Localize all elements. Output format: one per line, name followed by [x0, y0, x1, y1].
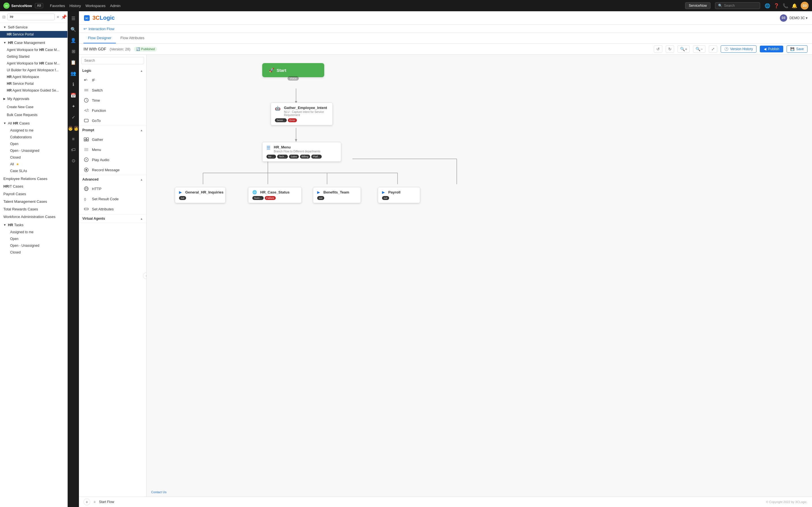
icon-sidebar-tag[interactable]: 🏷	[68, 145, 79, 155]
sidebar-item-hr-service-portal[interactable]: HR Service Portal	[0, 31, 67, 38]
sidebar-item-open[interactable]: Open	[0, 140, 67, 147]
comp-item-record-message[interactable]: Record Message	[79, 165, 146, 175]
comp-item-set-attrs[interactable]: Set Attributes	[79, 204, 146, 214]
sidebar-item-total-rewards[interactable]: Total Rewards Cases	[0, 205, 67, 213]
node-hr-menu[interactable]: ☰ HR_Menu Branch Flow to Different depar…	[262, 142, 341, 162]
icon-sidebar-hamburger[interactable]: ☰	[68, 13, 79, 23]
panel-collapse-button[interactable]: ‹	[143, 272, 147, 279]
sidebar-item-bulk-case[interactable]: Bulk Case Requests	[0, 112, 67, 118]
breadcrumb-label[interactable]: Interaction Flow	[89, 27, 114, 31]
pin-icon[interactable]: 📌	[61, 14, 67, 20]
sidebar-category-all-hr[interactable]: ▼ All HR Cases	[0, 119, 67, 127]
comp-item-gather[interactable]: Gather	[79, 134, 146, 145]
node-start[interactable]: 🚀 Start Voice	[262, 63, 324, 77]
comp-search-input[interactable]	[81, 57, 144, 64]
icon-sidebar-calendar[interactable]: 📅	[68, 91, 79, 100]
icon-sidebar-star2[interactable]: ✦	[68, 101, 79, 111]
icon-sidebar-group[interactable]: ⊙	[68, 156, 79, 166]
clear-search-icon[interactable]: ✕	[56, 15, 59, 19]
tab-flow-designer[interactable]: Flow Designer	[84, 33, 116, 43]
comp-item-function[interactable]: </> Function	[79, 105, 146, 115]
sidebar-item-payroll-cases[interactable]: Payroll Cases	[0, 190, 67, 198]
redo-button[interactable]: ↻	[666, 45, 674, 53]
comp-section-logic-header[interactable]: Logic ▲	[79, 66, 146, 75]
sidebar-item-tasks-closed[interactable]: Closed	[0, 249, 67, 256]
version-history-button[interactable]: 🕐 Version History	[721, 45, 757, 53]
icon-sidebar-info[interactable]: ℹ	[68, 79, 79, 89]
node-gather[interactable]: 🤖 Gather_Employee_Intent NLU : Capture i…	[271, 103, 333, 125]
globe-icon[interactable]: 🌐	[765, 3, 770, 8]
nav-history[interactable]: History	[70, 4, 81, 8]
icon-sidebar-copy[interactable]: 📋	[68, 57, 79, 67]
sidebar-item-open-unassigned[interactable]: Open - Unassigned	[0, 147, 67, 154]
zoom-in-button[interactable]: 🔍+	[677, 45, 690, 53]
sidebar-item-hr-service-portal-2[interactable]: HR Service Portal	[0, 80, 67, 87]
sidebar-item-closed[interactable]: Closed	[0, 154, 67, 161]
zoom-out-button[interactable]: 🔍−	[693, 45, 705, 53]
sidebar-search-input[interactable]	[7, 13, 55, 20]
save-button[interactable]: 💾 Save	[786, 45, 808, 53]
sidebar-item-talent[interactable]: Talent Management Cases	[0, 198, 67, 205]
sidebar-item-ui-builder[interactable]: UI Builder for Agent Workspace f...	[0, 67, 67, 73]
icon-sidebar-person2[interactable]: 👥	[68, 68, 79, 78]
icon-sidebar-person[interactable]: 👤	[68, 36, 79, 45]
tab-flow-attributes[interactable]: Flow Attributes	[116, 33, 149, 43]
servicenow-button[interactable]: ServiceNow	[685, 2, 711, 9]
add-node-button[interactable]: +	[84, 499, 90, 505]
sidebar-category-hr-case-mgmt[interactable]: ▼ HR Case Management	[0, 39, 67, 47]
comp-item-goto[interactable]: GoTo	[79, 115, 146, 126]
sidebar-item-tasks-open-unassigned[interactable]: Open - Unassigned	[0, 242, 67, 249]
sidebar-category-approvals[interactable]: ▶ My Approvals	[0, 95, 67, 103]
nav-all-label[interactable]: All	[35, 3, 43, 8]
sidebar-item-tasks-assigned[interactable]: Assigned to me	[0, 229, 67, 235]
sidebar-item-create-case[interactable]: Create New Case	[0, 104, 67, 110]
sidebar-item-case-slas[interactable]: Case SLAs	[0, 168, 67, 174]
comp-item-set-result[interactable]: {} Set Result Code	[79, 194, 146, 204]
sidebar-item-workforce[interactable]: Workforce Administration Cases	[0, 213, 67, 221]
icon-sidebar-list[interactable]: ≡	[68, 134, 79, 144]
comp-item-menu[interactable]: Menu	[79, 145, 146, 155]
comp-item-if[interactable]: IF	[79, 75, 146, 85]
phone-icon[interactable]: 📞	[783, 3, 788, 8]
undo-button[interactable]: ↺	[654, 45, 662, 53]
comp-item-http[interactable]: HTTP	[79, 184, 146, 194]
sidebar-item-agent-workspace-2[interactable]: Agent Workspace for HR Case M...	[0, 60, 67, 67]
comp-item-play-audio[interactable]: Play Audio	[79, 155, 146, 165]
tclogic-user-name[interactable]: DEMO 3C ▾	[790, 16, 808, 20]
publish-button[interactable]: ◀ Publish	[760, 46, 783, 52]
node-hr-case-status[interactable]: 🌐 HR_Case_Status Succ... Failure	[248, 187, 302, 203]
flow-canvas[interactable]: 🚀 Start Voice 🤖 Gather_Employee_Intent N…	[147, 55, 812, 497]
sidebar-item-agent-workspace-1[interactable]: Agent Workspace for HR Case M...	[0, 47, 67, 53]
sidebar-item-hr-agent-workspace[interactable]: HR Agent Workspace	[0, 73, 67, 80]
nav-favorites[interactable]: Favorites	[50, 4, 65, 8]
icon-sidebar-search[interactable]: 🔍	[68, 24, 79, 34]
sidebar-item-hr-it-cases[interactable]: HRIT Cases	[0, 182, 67, 190]
icon-sidebar-check[interactable]: ✓	[68, 112, 79, 122]
sidebar-item-collaborations[interactable]: Collaborations	[0, 134, 67, 140]
expand-button[interactable]: ⤢	[709, 45, 717, 53]
help-icon[interactable]: ❓	[774, 3, 779, 8]
bell-icon[interactable]: 🔔	[792, 3, 797, 8]
user-avatar[interactable]: D3	[801, 2, 809, 10]
sidebar-item-getting-started[interactable]: Getting Started	[0, 53, 67, 60]
icon-sidebar-people[interactable]: 👨‍👩	[68, 123, 79, 133]
sidebar-item-hr-agent-guided[interactable]: HR Agent Workspace Guided Se...	[0, 87, 67, 94]
sidebar-item-tasks-open[interactable]: Open	[0, 235, 67, 242]
sidebar-category-hr-tasks[interactable]: ▼ HR Tasks	[0, 221, 67, 229]
sidebar-category-self-service[interactable]: ▼ Self-Service	[0, 23, 67, 31]
contact-us-link[interactable]: Contact Us	[151, 490, 166, 494]
comp-item-time[interactable]: Time	[79, 95, 146, 105]
node-general-hr[interactable]: ▶ General_HR_Inquiries out	[175, 187, 225, 203]
comp-section-va-header[interactable]: Virtual Agents ▲	[79, 214, 146, 223]
sidebar-item-all[interactable]: All ★	[0, 161, 67, 168]
sidebar-item-employee-relations[interactable]: Employee Relations Cases	[0, 175, 67, 182]
sidebar-item-assigned-me[interactable]: Assigned to me	[0, 127, 67, 134]
comp-item-switch[interactable]: Switch	[79, 85, 146, 95]
comp-section-advanced-header[interactable]: Advanced ▲	[79, 175, 146, 184]
node-benefits-team[interactable]: ▶ Benefits_Team out	[313, 187, 361, 203]
comp-section-prompt-header[interactable]: Prompt ▲	[79, 126, 146, 134]
nav-admin[interactable]: Admin	[110, 4, 120, 8]
icon-sidebar-layout[interactable]: ⊞	[68, 47, 79, 56]
node-payroll[interactable]: ▶ Payroll out	[378, 187, 420, 203]
nav-workspaces[interactable]: Workspaces	[86, 4, 105, 8]
